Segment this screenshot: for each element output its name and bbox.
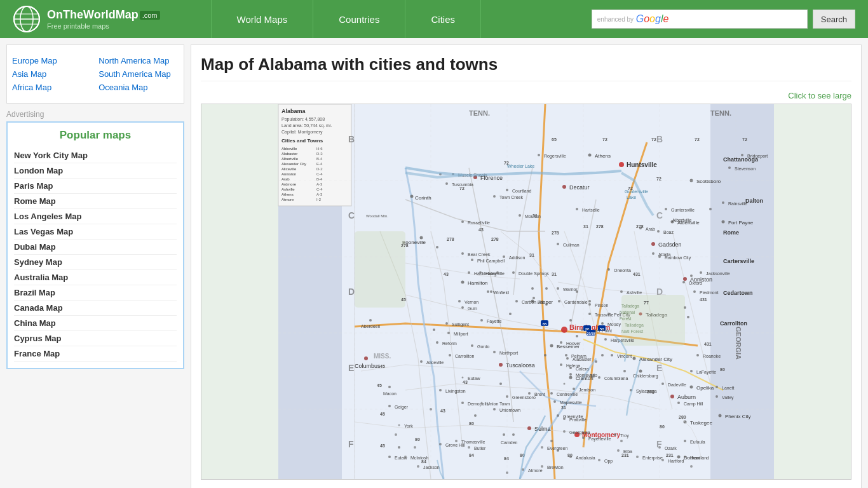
svg-point-190: [715, 386, 718, 388]
svg-point-411: [661, 459, 664, 461]
popular-maps-list: New York City MapLondon MapParis MapRome…: [14, 148, 177, 362]
svg-point-110: [519, 214, 521, 217]
svg-point-400: [569, 456, 572, 458]
popular-map-link[interactable]: Australia Map: [14, 270, 177, 285]
svg-text:Rainbow City: Rainbow City: [665, 255, 691, 261]
popular-map-link[interactable]: Cyprus Map: [14, 331, 177, 346]
svg-point-95: [719, 414, 722, 417]
svg-text:Prattville: Prattville: [569, 417, 587, 422]
svg-text:Courtland: Courtland: [512, 189, 531, 193]
nav-world-maps[interactable]: World Maps: [211, 0, 314, 38]
alabama-map-svg: Alabama Population: 4,557,808 Land area:…: [201, 104, 851, 479]
svg-point-389: [395, 433, 397, 436]
svg-point-227: [684, 440, 686, 442]
svg-point-281: [468, 271, 470, 274]
svg-text:84: 84: [421, 459, 426, 464]
svg-text:Aliceville: Aliceville: [426, 360, 444, 365]
sidebar-item-africa-map[interactable]: Africa Map: [12, 81, 88, 94]
svg-text:Ardmore: Ardmore: [281, 182, 297, 186]
svg-point-114: [607, 268, 610, 271]
svg-point-396: [468, 446, 470, 449]
popular-map-link[interactable]: China Map: [14, 316, 177, 331]
svg-point-294: [532, 297, 535, 299]
svg-text:D: D: [348, 287, 355, 297]
sidebar-item-oceania-map[interactable]: Oceania Map: [98, 81, 175, 94]
sidebar-item-north-america-map[interactable]: North America Map: [98, 54, 175, 67]
svg-text:Sulligent: Sulligent: [452, 322, 469, 327]
svg-point-301: [576, 290, 578, 293]
popular-map-link[interactable]: New York City Map: [14, 148, 177, 163]
svg-text:Phenix City: Phenix City: [725, 414, 750, 419]
svg-point-214: [420, 360, 423, 363]
popular-map-link[interactable]: Rome Map: [14, 194, 177, 209]
popular-map-link[interactable]: Paris Map: [14, 179, 177, 194]
svg-point-302: [588, 313, 591, 315]
logo-area[interactable]: OnTheWorldMap .com Free printable maps: [13, 5, 160, 33]
popular-map-link[interactable]: Canada Map: [14, 301, 177, 316]
popular-map-link[interactable]: Brazil Map: [14, 285, 177, 301]
svg-text:Greensboro: Greensboro: [512, 395, 536, 400]
svg-text:Gadsden: Gadsden: [658, 241, 682, 248]
nav-countries[interactable]: Countries: [313, 0, 405, 38]
svg-point-141: [398, 424, 400, 426]
svg-point-292: [490, 290, 492, 293]
svg-text:Warrior: Warrior: [563, 287, 578, 292]
popular-map-link[interactable]: Las Vegas Map: [14, 224, 177, 240]
svg-text:Atmore: Atmore: [528, 468, 543, 473]
svg-text:Talladega: Talladega: [625, 323, 644, 328]
popular-map-link[interactable]: Los Angeles Map: [14, 209, 177, 224]
svg-text:Rainsville: Rainsville: [728, 201, 747, 206]
search-input[interactable]: [668, 15, 801, 24]
sidebar-item-south-america-map[interactable]: South America Map: [98, 67, 175, 81]
svg-point-315: [601, 322, 604, 325]
svg-text:Thomasville: Thomasville: [461, 440, 485, 444]
svg-text:Pelham: Pelham: [571, 354, 587, 358]
svg-text:Talladega: Talladega: [621, 304, 639, 309]
svg-text:Dalton: Dalton: [745, 198, 763, 204]
svg-text:84: 84: [469, 453, 474, 458]
svg-text:Forest: Forest: [620, 316, 632, 321]
main-layout: Europe Map Asia Map Africa Map North Ame…: [0, 38, 868, 488]
popular-map-link[interactable]: Sydney Map: [14, 255, 177, 270]
popular-map-link[interactable]: London Map: [14, 163, 177, 179]
svg-text:Guin: Guin: [468, 306, 477, 311]
svg-text:Hackleburg: Hackleburg: [474, 271, 497, 276]
svg-text:C: C: [348, 210, 355, 220]
search-area: enhanced by Google Search: [592, 10, 855, 29]
svg-text:Trussville: Trussville: [595, 313, 613, 317]
svg-text:Boaz: Boaz: [663, 230, 674, 234]
svg-text:278: 278: [401, 243, 409, 248]
svg-text:80: 80: [469, 421, 474, 426]
logo-subtitle: Free printable maps: [47, 22, 160, 30]
sidebar-item-asia-map[interactable]: Asia Map: [12, 67, 88, 81]
popular-map-link[interactable]: France Map: [14, 346, 177, 362]
popular-map-link[interactable]: Dubai Map: [14, 240, 177, 255]
svg-point-309: [690, 274, 693, 277]
nav-cities[interactable]: Cities: [405, 0, 481, 38]
sidebar-nav-left: Europe Map Asia Map Africa Map: [7, 51, 93, 97]
svg-text:Athens: Athens: [595, 153, 611, 159]
search-button[interactable]: Search: [813, 10, 855, 29]
svg-point-120: [436, 341, 438, 344]
svg-point-289: [433, 329, 435, 331]
svg-text:Roanoke: Roanoke: [703, 354, 721, 358]
svg-text:Reform: Reform: [442, 341, 457, 346]
svg-text:65: 65: [543, 322, 547, 326]
map-container[interactable]: Alabama Population: 4,557,808 Land area:…: [201, 104, 851, 480]
svg-point-413: [617, 449, 620, 452]
sidebar-nav: Europe Map Asia Map Africa Map North Ame…: [6, 44, 184, 104]
click-to-see-large-link[interactable]: Click to see large: [201, 91, 851, 100]
svg-point-250: [658, 255, 661, 258]
sidebar-item-europe-map[interactable]: Europe Map: [12, 54, 88, 67]
svg-point-416: [557, 449, 559, 452]
svg-text:B-4: B-4: [316, 157, 323, 161]
svg-text:Cities and Towns: Cities and Towns: [281, 138, 323, 144]
svg-point-313: [588, 303, 591, 306]
svg-text:E: E: [348, 363, 354, 373]
svg-text:45: 45: [377, 383, 382, 388]
svg-point-392: [439, 443, 442, 445]
svg-point-129: [439, 389, 442, 391]
svg-text:Troy: Troy: [620, 433, 629, 438]
svg-text:C-4: C-4: [316, 187, 323, 191]
svg-text:84: 84: [504, 456, 509, 461]
